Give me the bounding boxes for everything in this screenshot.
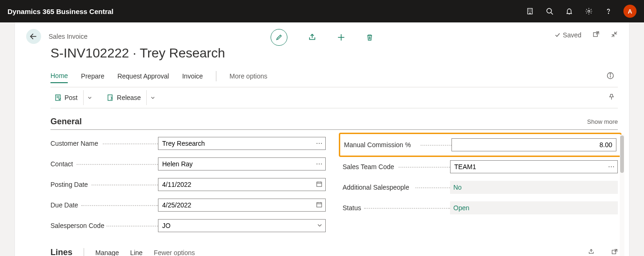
manual-commission-input[interactable] bbox=[451, 138, 616, 151]
app-title: Dynamics 365 Business Central bbox=[7, 7, 525, 15]
due-date-input[interactable] bbox=[158, 199, 326, 212]
ellipsis-icon[interactable]: ⋯ bbox=[605, 163, 615, 171]
tab-request-approval[interactable]: Request Approval bbox=[117, 70, 169, 83]
tab-prepare[interactable]: Prepare bbox=[81, 70, 104, 83]
manual-commission-label: Manual Commission % bbox=[344, 141, 451, 149]
status-value: Open bbox=[450, 201, 618, 214]
salesperson-code-input[interactable] bbox=[158, 219, 326, 232]
field-contact: Contact ⋯ bbox=[50, 156, 326, 172]
svg-line-21 bbox=[615, 32, 617, 34]
field-additional-salespeople: Additional Salespeople No bbox=[343, 179, 618, 195]
form-col-right: Manual Commission % Sales Team Code ⋯ Ad… bbox=[343, 135, 618, 234]
svg-rect-0 bbox=[528, 8, 532, 14]
contact-label: Contact bbox=[50, 160, 158, 168]
popout-icon[interactable] bbox=[593, 31, 600, 39]
field-posting-date: Posting Date bbox=[50, 177, 326, 192]
sales-team-code-label: Sales Team Code bbox=[343, 163, 450, 171]
pin-icon[interactable] bbox=[608, 93, 618, 102]
topbar-actions: A bbox=[525, 5, 637, 18]
posting-date-input[interactable] bbox=[158, 178, 326, 191]
more-options[interactable]: More options bbox=[229, 70, 267, 83]
saved-status: Saved bbox=[554, 31, 581, 39]
section-lines-header: Lines Manage Line Fewer options bbox=[50, 248, 618, 256]
svg-point-7 bbox=[547, 8, 551, 13]
new-icon[interactable] bbox=[337, 33, 345, 42]
status-label: Status bbox=[343, 204, 450, 212]
chevron-down-icon[interactable] bbox=[314, 222, 322, 229]
post-dropdown[interactable] bbox=[83, 90, 95, 105]
page-card: Sales Invoice Saved S-INV102222 ∙ Trey R… bbox=[15, 22, 629, 256]
ellipsis-icon[interactable]: ⋯ bbox=[313, 140, 322, 147]
lines-title[interactable]: Lines bbox=[50, 248, 72, 256]
post-label: Post bbox=[64, 94, 78, 101]
global-top-bar: Dynamics 365 Business Central A bbox=[0, 0, 644, 22]
additional-salespeople-text: No bbox=[453, 184, 462, 191]
tab-bar: Home Prepare Request Approval Invoice Mo… bbox=[15, 69, 629, 83]
info-icon[interactable] bbox=[607, 72, 618, 81]
scrollbar-track[interactable] bbox=[620, 135, 624, 256]
bell-icon[interactable] bbox=[565, 7, 574, 16]
svg-line-8 bbox=[551, 13, 553, 14]
edit-button[interactable] bbox=[271, 29, 287, 46]
center-action-bar bbox=[271, 29, 373, 46]
release-label: Release bbox=[117, 94, 141, 101]
contact-input[interactable]: ⋯ bbox=[158, 157, 326, 171]
sales-team-code-input[interactable]: ⋯ bbox=[450, 160, 618, 173]
lines-manage[interactable]: Manage bbox=[95, 249, 119, 256]
form-col-left: Customer Name ⋯ Contact ⋯ Posting Date bbox=[50, 135, 326, 234]
general-form: Customer Name ⋯ Contact ⋯ Posting Date bbox=[50, 135, 618, 234]
additional-salespeople-label: Additional Salespeople bbox=[343, 184, 450, 191]
right-status-bar: Saved bbox=[554, 31, 618, 39]
collapse-icon[interactable] bbox=[611, 31, 618, 39]
release-button[interactable]: Release bbox=[103, 90, 144, 105]
page-title: S-INV102222 ∙ Trey Research bbox=[15, 44, 629, 69]
share-icon[interactable] bbox=[308, 33, 316, 42]
share-icon[interactable] bbox=[588, 248, 594, 256]
section-general-header: General Show more bbox=[50, 117, 618, 130]
tab-home[interactable]: Home bbox=[50, 69, 68, 83]
lines-line[interactable]: Line bbox=[130, 249, 143, 256]
svg-point-10 bbox=[588, 10, 590, 12]
svg-rect-39 bbox=[612, 250, 616, 254]
highlight-manual-commission: Manual Commission % bbox=[339, 133, 622, 157]
tab-invoice[interactable]: Invoice bbox=[182, 70, 203, 83]
ellipsis-icon[interactable]: ⋯ bbox=[313, 160, 322, 168]
lines-fewer-options[interactable]: Fewer options bbox=[154, 249, 195, 256]
building-icon[interactable] bbox=[525, 7, 535, 16]
scrollbar-thumb[interactable] bbox=[620, 135, 624, 173]
customer-name-input[interactable]: ⋯ bbox=[158, 137, 326, 150]
release-dropdown[interactable] bbox=[146, 90, 158, 105]
additional-salespeople-value[interactable]: No bbox=[450, 181, 618, 194]
post-button[interactable]: Post bbox=[50, 90, 81, 105]
field-status: Status Open bbox=[343, 200, 618, 216]
section-title[interactable]: General bbox=[50, 117, 587, 127]
help-icon[interactable] bbox=[604, 7, 613, 16]
back-button[interactable] bbox=[26, 29, 41, 44]
customer-name-label: Customer Name bbox=[50, 140, 158, 147]
calendar-icon[interactable] bbox=[313, 181, 322, 189]
action-toolbar: Post Release bbox=[50, 87, 618, 108]
field-salesperson-code: Salesperson Code bbox=[50, 218, 326, 234]
popout-icon[interactable] bbox=[611, 248, 618, 256]
svg-point-11 bbox=[608, 13, 608, 14]
field-customer-name: Customer Name ⋯ bbox=[50, 135, 326, 151]
status-text: Open bbox=[453, 204, 469, 212]
field-due-date: Due Date bbox=[50, 197, 326, 213]
gear-icon[interactable] bbox=[584, 7, 594, 16]
divider bbox=[84, 248, 84, 256]
posting-date-label: Posting Date bbox=[50, 181, 158, 188]
search-icon[interactable] bbox=[545, 7, 554, 16]
due-date-label: Due Date bbox=[50, 201, 158, 209]
svg-point-24 bbox=[610, 73, 610, 74]
saved-label: Saved bbox=[563, 31, 581, 39]
divider bbox=[216, 71, 216, 81]
show-more-link[interactable]: Show more bbox=[587, 118, 618, 125]
calendar-icon[interactable] bbox=[313, 201, 322, 209]
breadcrumb[interactable]: Sales Invoice bbox=[49, 33, 87, 40]
svg-rect-34 bbox=[317, 202, 322, 207]
svg-rect-18 bbox=[594, 33, 597, 36]
salesperson-code-label: Salesperson Code bbox=[50, 222, 158, 229]
field-sales-team-code: Sales Team Code ⋯ bbox=[343, 159, 618, 175]
avatar[interactable]: A bbox=[623, 5, 637, 18]
delete-icon[interactable] bbox=[366, 34, 373, 41]
